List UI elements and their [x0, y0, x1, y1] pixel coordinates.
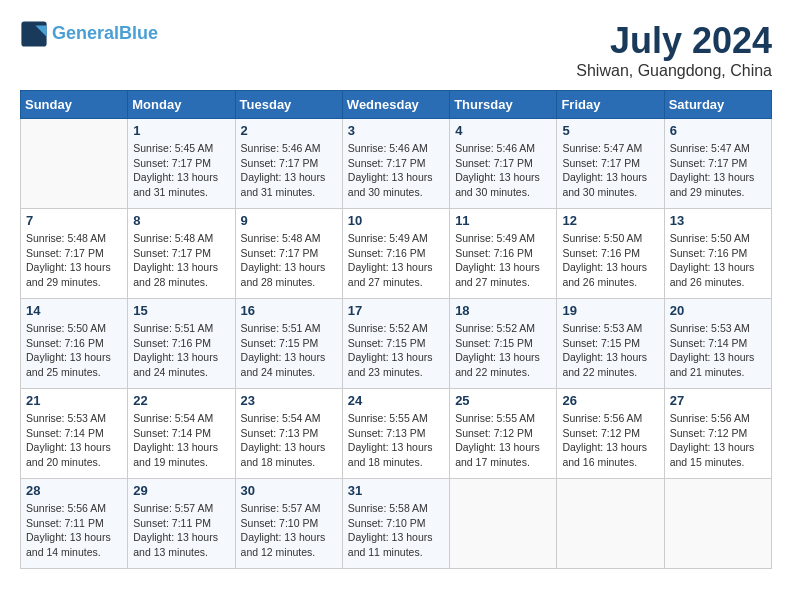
day-detail: Sunrise: 5:54 AM Sunset: 7:14 PM Dayligh…	[133, 411, 229, 470]
day-detail: Sunrise: 5:50 AM Sunset: 7:16 PM Dayligh…	[670, 231, 766, 290]
day-detail: Sunrise: 5:52 AM Sunset: 7:15 PM Dayligh…	[348, 321, 444, 380]
calendar-day-cell: 26Sunrise: 5:56 AM Sunset: 7:12 PM Dayli…	[557, 389, 664, 479]
day-detail: Sunrise: 5:57 AM Sunset: 7:10 PM Dayligh…	[241, 501, 337, 560]
day-detail: Sunrise: 5:55 AM Sunset: 7:13 PM Dayligh…	[348, 411, 444, 470]
weekday-header-cell: Friday	[557, 91, 664, 119]
calendar-day-cell: 6Sunrise: 5:47 AM Sunset: 7:17 PM Daylig…	[664, 119, 771, 209]
page-header: GeneralBlue July 2024 Shiwan, Guangdong,…	[20, 20, 772, 80]
weekday-header-cell: Saturday	[664, 91, 771, 119]
day-detail: Sunrise: 5:47 AM Sunset: 7:17 PM Dayligh…	[562, 141, 658, 200]
day-detail: Sunrise: 5:56 AM Sunset: 7:11 PM Dayligh…	[26, 501, 122, 560]
calendar-day-cell: 27Sunrise: 5:56 AM Sunset: 7:12 PM Dayli…	[664, 389, 771, 479]
day-number: 18	[455, 303, 551, 318]
day-number: 3	[348, 123, 444, 138]
day-number: 26	[562, 393, 658, 408]
calendar-day-cell: 31Sunrise: 5:58 AM Sunset: 7:10 PM Dayli…	[342, 479, 449, 569]
calendar-day-cell	[557, 479, 664, 569]
calendar-day-cell	[21, 119, 128, 209]
calendar-day-cell	[450, 479, 557, 569]
day-detail: Sunrise: 5:51 AM Sunset: 7:15 PM Dayligh…	[241, 321, 337, 380]
calendar-day-cell: 4Sunrise: 5:46 AM Sunset: 7:17 PM Daylig…	[450, 119, 557, 209]
calendar-day-cell: 18Sunrise: 5:52 AM Sunset: 7:15 PM Dayli…	[450, 299, 557, 389]
weekday-header-cell: Sunday	[21, 91, 128, 119]
day-detail: Sunrise: 5:56 AM Sunset: 7:12 PM Dayligh…	[670, 411, 766, 470]
calendar-day-cell: 30Sunrise: 5:57 AM Sunset: 7:10 PM Dayli…	[235, 479, 342, 569]
calendar-day-cell: 23Sunrise: 5:54 AM Sunset: 7:13 PM Dayli…	[235, 389, 342, 479]
calendar-day-cell: 13Sunrise: 5:50 AM Sunset: 7:16 PM Dayli…	[664, 209, 771, 299]
calendar-day-cell: 19Sunrise: 5:53 AM Sunset: 7:15 PM Dayli…	[557, 299, 664, 389]
calendar-day-cell: 8Sunrise: 5:48 AM Sunset: 7:17 PM Daylig…	[128, 209, 235, 299]
calendar-day-cell	[664, 479, 771, 569]
day-number: 27	[670, 393, 766, 408]
calendar-day-cell: 11Sunrise: 5:49 AM Sunset: 7:16 PM Dayli…	[450, 209, 557, 299]
day-number: 5	[562, 123, 658, 138]
day-number: 20	[670, 303, 766, 318]
day-number: 6	[670, 123, 766, 138]
day-number: 25	[455, 393, 551, 408]
calendar-day-cell: 15Sunrise: 5:51 AM Sunset: 7:16 PM Dayli…	[128, 299, 235, 389]
day-detail: Sunrise: 5:49 AM Sunset: 7:16 PM Dayligh…	[455, 231, 551, 290]
calendar-week-row: 7Sunrise: 5:48 AM Sunset: 7:17 PM Daylig…	[21, 209, 772, 299]
day-number: 23	[241, 393, 337, 408]
day-number: 7	[26, 213, 122, 228]
day-detail: Sunrise: 5:46 AM Sunset: 7:17 PM Dayligh…	[348, 141, 444, 200]
calendar-day-cell: 16Sunrise: 5:51 AM Sunset: 7:15 PM Dayli…	[235, 299, 342, 389]
logo-line1: General	[52, 23, 119, 43]
calendar-day-cell: 17Sunrise: 5:52 AM Sunset: 7:15 PM Dayli…	[342, 299, 449, 389]
weekday-header-row: SundayMondayTuesdayWednesdayThursdayFrid…	[21, 91, 772, 119]
calendar-table: SundayMondayTuesdayWednesdayThursdayFrid…	[20, 90, 772, 569]
month-year: July 2024	[576, 20, 772, 62]
calendar-week-row: 28Sunrise: 5:56 AM Sunset: 7:11 PM Dayli…	[21, 479, 772, 569]
day-detail: Sunrise: 5:53 AM Sunset: 7:15 PM Dayligh…	[562, 321, 658, 380]
day-detail: Sunrise: 5:50 AM Sunset: 7:16 PM Dayligh…	[562, 231, 658, 290]
day-detail: Sunrise: 5:47 AM Sunset: 7:17 PM Dayligh…	[670, 141, 766, 200]
calendar-day-cell: 9Sunrise: 5:48 AM Sunset: 7:17 PM Daylig…	[235, 209, 342, 299]
day-number: 9	[241, 213, 337, 228]
weekday-header-cell: Wednesday	[342, 91, 449, 119]
day-detail: Sunrise: 5:48 AM Sunset: 7:17 PM Dayligh…	[133, 231, 229, 290]
day-detail: Sunrise: 5:58 AM Sunset: 7:10 PM Dayligh…	[348, 501, 444, 560]
day-number: 21	[26, 393, 122, 408]
day-detail: Sunrise: 5:52 AM Sunset: 7:15 PM Dayligh…	[455, 321, 551, 380]
day-number: 22	[133, 393, 229, 408]
calendar-day-cell: 21Sunrise: 5:53 AM Sunset: 7:14 PM Dayli…	[21, 389, 128, 479]
calendar-day-cell: 25Sunrise: 5:55 AM Sunset: 7:12 PM Dayli…	[450, 389, 557, 479]
day-detail: Sunrise: 5:53 AM Sunset: 7:14 PM Dayligh…	[670, 321, 766, 380]
calendar-day-cell: 29Sunrise: 5:57 AM Sunset: 7:11 PM Dayli…	[128, 479, 235, 569]
day-number: 19	[562, 303, 658, 318]
day-number: 1	[133, 123, 229, 138]
day-number: 14	[26, 303, 122, 318]
day-number: 17	[348, 303, 444, 318]
day-detail: Sunrise: 5:45 AM Sunset: 7:17 PM Dayligh…	[133, 141, 229, 200]
logo: GeneralBlue	[20, 20, 158, 48]
weekday-header-cell: Tuesday	[235, 91, 342, 119]
calendar-day-cell: 12Sunrise: 5:50 AM Sunset: 7:16 PM Dayli…	[557, 209, 664, 299]
day-number: 8	[133, 213, 229, 228]
day-number: 12	[562, 213, 658, 228]
calendar-body: 1Sunrise: 5:45 AM Sunset: 7:17 PM Daylig…	[21, 119, 772, 569]
logo-line2: Blue	[119, 23, 158, 43]
day-detail: Sunrise: 5:49 AM Sunset: 7:16 PM Dayligh…	[348, 231, 444, 290]
day-detail: Sunrise: 5:48 AM Sunset: 7:17 PM Dayligh…	[241, 231, 337, 290]
calendar-day-cell: 2Sunrise: 5:46 AM Sunset: 7:17 PM Daylig…	[235, 119, 342, 209]
day-number: 28	[26, 483, 122, 498]
weekday-header-cell: Monday	[128, 91, 235, 119]
calendar-day-cell: 28Sunrise: 5:56 AM Sunset: 7:11 PM Dayli…	[21, 479, 128, 569]
day-detail: Sunrise: 5:48 AM Sunset: 7:17 PM Dayligh…	[26, 231, 122, 290]
day-detail: Sunrise: 5:46 AM Sunset: 7:17 PM Dayligh…	[241, 141, 337, 200]
location: Shiwan, Guangdong, China	[576, 62, 772, 80]
calendar-day-cell: 20Sunrise: 5:53 AM Sunset: 7:14 PM Dayli…	[664, 299, 771, 389]
calendar-week-row: 14Sunrise: 5:50 AM Sunset: 7:16 PM Dayli…	[21, 299, 772, 389]
day-detail: Sunrise: 5:46 AM Sunset: 7:17 PM Dayligh…	[455, 141, 551, 200]
svg-rect-0	[21, 21, 46, 46]
calendar-day-cell: 1Sunrise: 5:45 AM Sunset: 7:17 PM Daylig…	[128, 119, 235, 209]
title-block: July 2024 Shiwan, Guangdong, China	[576, 20, 772, 80]
day-detail: Sunrise: 5:51 AM Sunset: 7:16 PM Dayligh…	[133, 321, 229, 380]
day-detail: Sunrise: 5:54 AM Sunset: 7:13 PM Dayligh…	[241, 411, 337, 470]
day-number: 31	[348, 483, 444, 498]
day-detail: Sunrise: 5:50 AM Sunset: 7:16 PM Dayligh…	[26, 321, 122, 380]
day-number: 4	[455, 123, 551, 138]
day-number: 16	[241, 303, 337, 318]
calendar-week-row: 1Sunrise: 5:45 AM Sunset: 7:17 PM Daylig…	[21, 119, 772, 209]
day-number: 13	[670, 213, 766, 228]
